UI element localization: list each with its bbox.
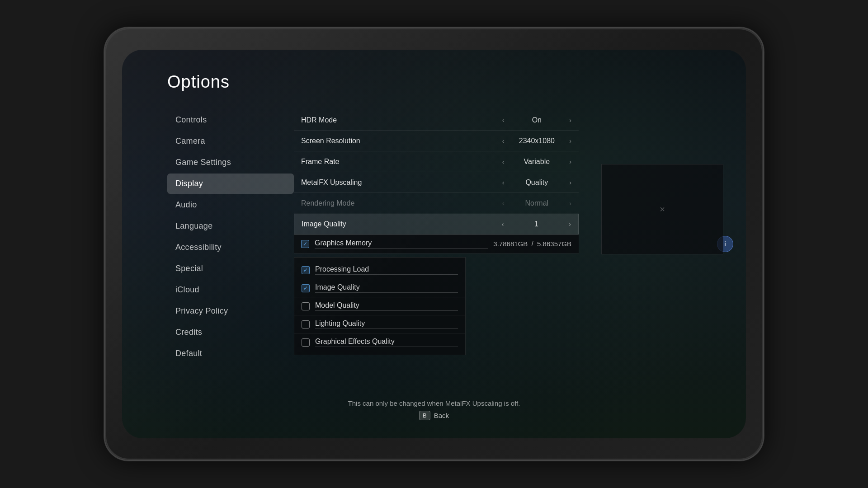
checkbox-row-processing-load: Processing Load [294, 261, 465, 279]
sidebar-item-special[interactable]: Special [167, 258, 294, 279]
chevron-right-rendering-mode[interactable]: › [569, 200, 571, 207]
checkbox-image-quality-cb[interactable] [302, 284, 310, 292]
chevron-right-image-quality[interactable]: › [569, 221, 571, 228]
graphics-memory-value: 3.78681GB / 5.86357GB [493, 240, 571, 248]
main-layout: ControlsCameraGame SettingsDisplayAudioL… [167, 110, 746, 365]
setting-label-screen-resolution: Screen Resolution [301, 137, 502, 145]
checkbox-row-model-quality: Model Quality [294, 297, 465, 315]
setting-control-screen-resolution: ‹2340x1080› [502, 137, 571, 145]
checkbox-model-quality[interactable] [302, 302, 310, 310]
back-label: Back [434, 412, 449, 419]
setting-value-screen-resolution: 2340x1080 [509, 137, 564, 145]
chevron-left-metalfx-upscaling[interactable]: ‹ [502, 179, 505, 186]
settings-rows: HDR Mode‹On›Screen Resolution‹2340x1080›… [294, 110, 579, 235]
setting-value-frame-rate: Variable [509, 158, 564, 166]
main-panel: HDR Mode‹On›Screen Resolution‹2340x1080›… [294, 110, 601, 365]
setting-control-image-quality: ‹1› [502, 220, 571, 228]
setting-row-hdr-mode: HDR Mode‹On› [294, 110, 579, 131]
sidebar-item-privacy-policy[interactable]: Privacy Policy [167, 301, 294, 321]
chevron-left-hdr-mode[interactable]: ‹ [502, 117, 505, 124]
sidebar-item-audio[interactable]: Audio [167, 195, 294, 215]
setting-value-image-quality: 1 [509, 220, 563, 228]
metalfx-notice: This can only be changed when MetalFX Up… [122, 399, 746, 407]
right-panel: × [601, 164, 728, 365]
sidebar-item-controls[interactable]: Controls [167, 110, 294, 130]
setting-control-metalfx-upscaling: ‹Quality› [502, 178, 571, 187]
setting-label-rendering-mode: Rendering Mode [301, 199, 502, 207]
checkbox-row-lighting-quality: Lighting Quality [294, 315, 465, 333]
setting-control-rendering-mode: ‹Normal› [502, 199, 571, 207]
sidebar-item-credits[interactable]: Credits [167, 322, 294, 343]
setting-value-metalfx-upscaling: Quality [509, 178, 564, 187]
chevron-left-image-quality[interactable]: ‹ [502, 221, 504, 228]
setting-row-frame-rate: Frame Rate‹Variable› [294, 151, 579, 172]
setting-row-image-quality: Image Quality‹1› [294, 214, 579, 235]
sidebar: ControlsCameraGame SettingsDisplayAudioL… [167, 110, 294, 365]
setting-control-frame-rate: ‹Variable› [502, 158, 571, 166]
setting-row-rendering-mode: Rendering Mode‹Normal› [294, 193, 579, 214]
sidebar-item-display[interactable]: Display [167, 174, 294, 194]
checkbox-processing-load[interactable] [302, 266, 310, 274]
setting-value-hdr-mode: On [509, 116, 564, 124]
back-key: B [419, 411, 430, 420]
chevron-right-screen-resolution[interactable]: › [569, 137, 571, 145]
checkbox-graphical-effects-quality[interactable] [302, 338, 310, 347]
checkbox-label-processing-load: Processing Load [315, 265, 458, 275]
chevron-left-screen-resolution[interactable]: ‹ [502, 137, 505, 145]
checkbox-label-lighting-quality: Lighting Quality [315, 319, 458, 329]
sidebar-item-icloud[interactable]: iCloud [167, 280, 294, 300]
setting-row-screen-resolution: Screen Resolution‹2340x1080› [294, 131, 579, 151]
setting-row-metalfx-upscaling: MetalFX Upscaling‹Quality› [294, 172, 579, 193]
page-title: Options [167, 72, 746, 92]
setting-value-rendering-mode: Normal [509, 199, 564, 207]
close-icon[interactable]: × [660, 204, 665, 215]
sidebar-item-camera[interactable]: Camera [167, 131, 294, 151]
sidebar-item-accessibility[interactable]: Accessibility [167, 237, 294, 258]
setting-label-metalfx-upscaling: MetalFX Upscaling [301, 178, 502, 187]
checkbox-row-image-quality-cb: Image Quality [294, 279, 465, 297]
setting-label-frame-rate: Frame Rate [301, 158, 502, 166]
checkbox-label-graphical-effects-quality: Graphical Effects Quality [315, 338, 458, 347]
setting-control-hdr-mode: ‹On› [502, 116, 571, 124]
graphics-memory-label: Graphics Memory [315, 239, 488, 249]
setting-label-hdr-mode: HDR Mode [301, 116, 502, 124]
chevron-right-frame-rate[interactable]: › [569, 158, 571, 165]
checkbox-label-model-quality: Model Quality [315, 301, 458, 311]
checkbox-label-image-quality-cb: Image Quality [315, 283, 458, 293]
sidebar-item-default[interactable]: Default [167, 343, 294, 364]
graphics-memory-row: Graphics Memory 3.78681GB / 5.86357GB [294, 235, 579, 253]
content-area: Options ControlsCameraGame SettingsDispl… [122, 50, 746, 438]
bottom-info: This can only be changed when MetalFX Up… [122, 399, 746, 420]
right-panel-inner: × [601, 164, 723, 254]
chevron-left-frame-rate[interactable]: ‹ [502, 158, 505, 165]
chevron-right-metalfx-upscaling[interactable]: › [569, 179, 571, 186]
screen: Options ControlsCameraGame SettingsDispl… [122, 50, 746, 438]
checkbox-row-graphical-effects-quality: Graphical Effects Quality [294, 333, 465, 351]
checkbox-overlay: Processing LoadImage QualityModel Qualit… [294, 257, 466, 355]
graphics-memory-checkbox[interactable] [301, 240, 309, 248]
chevron-right-hdr-mode[interactable]: › [569, 117, 571, 124]
back-button[interactable]: B Back [122, 411, 746, 420]
sidebar-item-game-settings[interactable]: Game Settings [167, 152, 294, 173]
sidebar-item-language[interactable]: Language [167, 216, 294, 236]
chevron-left-rendering-mode[interactable]: ‹ [502, 200, 505, 207]
setting-label-image-quality: Image Quality [302, 220, 502, 228]
phone-frame: Options ControlsCameraGame SettingsDispl… [104, 27, 764, 461]
checkbox-lighting-quality[interactable] [302, 320, 310, 328]
